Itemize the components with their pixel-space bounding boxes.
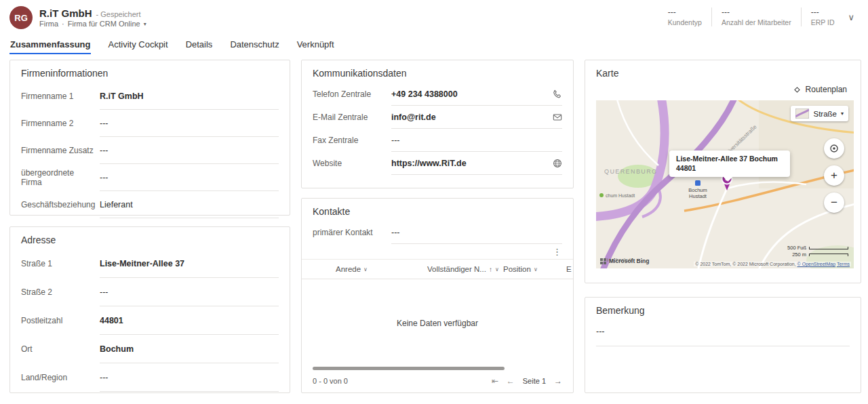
address-card: Adresse Straße 1 Lise-Meitner-Allee 37 S… bbox=[9, 226, 290, 393]
page-label: Seite 1 bbox=[523, 377, 546, 385]
field-value[interactable]: R.iT GmbH bbox=[100, 83, 279, 110]
map-label-hustadt: Hustadt bbox=[689, 193, 707, 199]
field-value[interactable]: --- bbox=[100, 137, 279, 164]
headline-label: ERP ID bbox=[811, 18, 835, 26]
headline-value: --- bbox=[668, 7, 702, 17]
collapse-header-chevron-icon[interactable]: ∨ bbox=[844, 12, 859, 22]
field-value[interactable]: https://www.RiT.de bbox=[391, 152, 545, 175]
save-status: - Gespeichert bbox=[96, 10, 141, 18]
map-tiles: Universitätsstraße QUERENBURG Bochum Hus… bbox=[596, 100, 854, 268]
field-label: Firmenname Zusatz bbox=[21, 137, 100, 164]
scale-feet-label: 500 Fuß bbox=[787, 245, 806, 251]
column-header-email-truncated[interactable]: E bbox=[566, 265, 573, 273]
park-icon bbox=[599, 193, 604, 197]
openstreetmap-link[interactable]: © OpenStreetMap bbox=[797, 262, 836, 266]
communication-card: Kommunikationsdaten Telefon Zentrale +49… bbox=[301, 60, 574, 188]
field-firmenname1: Firmenname 1 R.iT GmbH bbox=[10, 83, 290, 110]
horizontal-scrollbar[interactable] bbox=[313, 367, 562, 371]
zoom-in-button[interactable]: + bbox=[824, 165, 844, 186]
plus-icon: + bbox=[831, 169, 837, 182]
note-value[interactable]: --- bbox=[596, 327, 850, 346]
first-page-icon[interactable]: ⇤ bbox=[492, 376, 498, 386]
card-title: Adresse bbox=[10, 227, 290, 249]
routenplan-button[interactable]: Routenplan bbox=[790, 83, 850, 96]
field-geschaeftsbeziehung: Geschäftsbeziehung Lieferant bbox=[10, 191, 290, 218]
tab-datenschutz[interactable]: Datenschutz bbox=[229, 37, 279, 54]
transit-stop-icon bbox=[695, 180, 701, 186]
column-header-anrede[interactable]: Anrede ∨ bbox=[302, 265, 427, 273]
headline-field-mitarbeiter[interactable]: --- Anzahl der Mitarbeiter bbox=[712, 7, 802, 26]
map-card: Karte Routenplan bbox=[585, 60, 861, 283]
field-uebergeordnete-firma: übergeordnete Firma --- bbox=[10, 164, 290, 191]
card-title: Kommunikationsdaten bbox=[302, 60, 573, 83]
field-label: Website bbox=[313, 152, 391, 175]
form-selector[interactable]: Firma für CRM Online bbox=[68, 20, 140, 28]
record-type-label: Firma bbox=[39, 20, 58, 28]
field-label: Telefon Zentrale bbox=[313, 83, 391, 106]
field-telefon-zentrale: Telefon Zentrale +49 234 4388000 bbox=[302, 83, 573, 106]
directions-icon bbox=[793, 85, 802, 94]
record-count: 0 - 0 von 0 bbox=[313, 377, 348, 385]
scrollbar-thumb[interactable] bbox=[313, 367, 505, 370]
column-header-vollstaendiger-name[interactable]: Vollständiger N... ↑ ∨ bbox=[427, 265, 503, 273]
chevron-down-icon: ∨ bbox=[363, 266, 368, 272]
field-value[interactable]: --- bbox=[391, 129, 562, 152]
globe-icon[interactable] bbox=[545, 152, 562, 175]
field-value[interactable]: 44801 bbox=[100, 306, 279, 335]
tab-activity-cockpit[interactable]: Activity Cockpit bbox=[107, 37, 168, 54]
field-label: Firmenname 2 bbox=[21, 110, 100, 137]
field-value[interactable]: --- bbox=[100, 164, 279, 191]
headline-value: --- bbox=[722, 7, 791, 17]
contacts-grid-footer: 0 - 0 von 0 ⇤ ← Seite 1 → bbox=[302, 373, 573, 392]
column-header-position[interactable]: Position ∨ bbox=[503, 265, 566, 273]
next-page-icon[interactable]: → bbox=[554, 376, 562, 386]
locate-me-button[interactable] bbox=[824, 138, 844, 159]
field-value[interactable]: Lise-Meitner-Allee 37 bbox=[100, 249, 279, 278]
tab-details[interactable]: Details bbox=[185, 37, 214, 54]
more-commands-icon[interactable]: ⋮ bbox=[551, 247, 564, 256]
tab-bar: Zusammenfassung Activity Cockpit Details… bbox=[0, 34, 868, 54]
field-value[interactable]: --- bbox=[100, 278, 279, 306]
tab-verknuepft[interactable]: Verknüpft bbox=[296, 37, 335, 54]
chevron-down-icon: ∨ bbox=[534, 266, 538, 272]
field-value[interactable]: Lieferant bbox=[100, 191, 279, 218]
contacts-grid-header: Anrede ∨ Vollständiger N... ↑ ∨ Position… bbox=[302, 259, 573, 279]
field-value[interactable]: --- bbox=[391, 221, 562, 244]
field-label: Firmenname 1 bbox=[21, 83, 100, 110]
field-email-zentrale: E-Mail Zentrale info@rit.de bbox=[302, 106, 573, 129]
field-label: Fax Zentrale bbox=[313, 129, 391, 152]
field-label: Straße 1 bbox=[21, 249, 100, 278]
field-website: Website https://www.RiT.de bbox=[302, 152, 573, 175]
field-fax-zentrale: Fax Zentrale --- bbox=[302, 129, 573, 152]
field-value[interactable]: info@rit.de bbox=[391, 106, 545, 129]
headline-field-erpid[interactable]: --- ERP ID bbox=[802, 7, 844, 26]
field-value[interactable]: --- bbox=[100, 110, 279, 137]
map-style-selector[interactable]: Straße ▾ bbox=[791, 106, 848, 121]
column-label: E bbox=[566, 265, 572, 273]
field-label: E-Mail Zentrale bbox=[313, 106, 391, 129]
tab-zusammenfassung[interactable]: Zusammenfassung bbox=[9, 37, 91, 54]
headline-label: Anzahl der Mitarbeiter bbox=[722, 18, 791, 26]
field-value[interactable]: +49 234 4388000 bbox=[391, 83, 545, 106]
field-label: Postleitzahl bbox=[21, 306, 100, 335]
field-value[interactable]: Bochum bbox=[100, 335, 279, 363]
routenplan-label: Routenplan bbox=[806, 85, 847, 94]
field-firmenname2: Firmenname 2 --- bbox=[10, 110, 290, 137]
map-scale: 500 Fuß 250 m bbox=[787, 245, 848, 258]
chevron-down-icon[interactable]: ▾ bbox=[144, 21, 146, 27]
field-value[interactable]: --- bbox=[100, 363, 279, 392]
terms-link[interactable]: Terms bbox=[837, 262, 850, 266]
headline-field-kundentyp[interactable]: --- Kundentyp bbox=[658, 7, 712, 26]
minus-icon: − bbox=[831, 196, 837, 209]
phone-icon[interactable] bbox=[545, 83, 562, 106]
map-style-thumbnail-icon bbox=[795, 108, 809, 119]
map-pin-tooltip[interactable]: Lise-Meitner-Allee 37 Bochum 44801 bbox=[669, 150, 790, 177]
headline-label: Kundentyp bbox=[668, 18, 702, 26]
map-attribution: © 2022 TomTom, © 2022 Microsoft Corporat… bbox=[694, 262, 851, 266]
map[interactable]: Universitätsstraße QUERENBURG Bochum Hus… bbox=[596, 100, 854, 268]
zoom-out-button[interactable]: − bbox=[824, 193, 844, 213]
email-icon[interactable] bbox=[545, 106, 562, 129]
previous-page-icon[interactable]: ← bbox=[507, 376, 515, 386]
chevron-down-icon: ∨ bbox=[495, 266, 499, 272]
column-label: Position bbox=[503, 265, 531, 273]
